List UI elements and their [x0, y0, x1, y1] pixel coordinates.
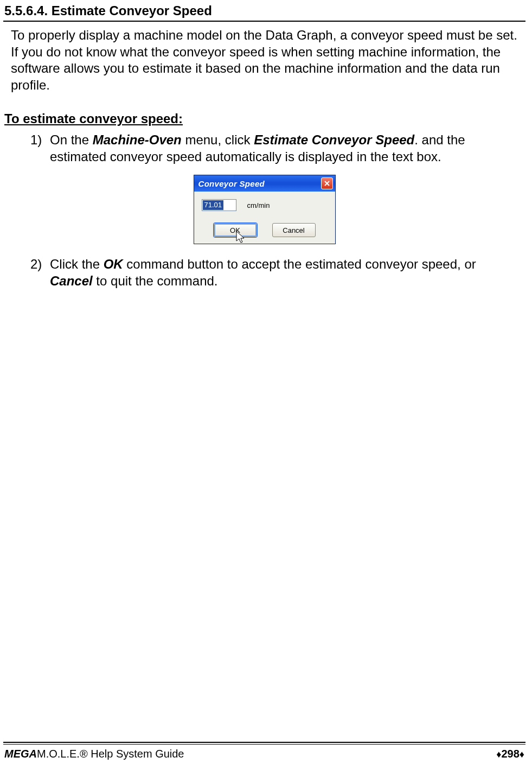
footer-guide-title: M.O.L.E.® Help System Guide	[37, 748, 184, 760]
step-text-pre: On the	[50, 132, 93, 147]
footer-row: MEGAM.O.L.E.® Help System Guide ♦298♦	[3, 748, 525, 760]
cancel-button[interactable]: Cancel	[272, 223, 316, 237]
document-page: 5.5.6.4. Estimate Conveyor Speed To prop…	[0, 0, 532, 770]
button-row: OK Cancel	[202, 223, 328, 237]
dialog-screenshot: Conveyor Speed 71.01 cm/min OK	[3, 175, 525, 244]
dialog-titlebar: Conveyor Speed	[194, 175, 335, 192]
step-emph-ok: OK	[104, 257, 123, 271]
page-number: 298	[501, 748, 519, 760]
close-icon	[324, 180, 330, 187]
step-1: 1) On the Machine-Oven menu, click Estim…	[30, 132, 518, 165]
dialog-title: Conveyor Speed	[198, 179, 265, 188]
intro-paragraph: To properly display a machine model on t…	[3, 27, 525, 94]
conveyor-speed-dialog: Conveyor Speed 71.01 cm/min OK	[194, 175, 336, 244]
close-button[interactable]	[321, 177, 333, 189]
value-row: 71.01 cm/min	[202, 199, 328, 211]
section-number: 5.5.6.4.	[4, 3, 48, 18]
section-heading: 5.5.6.4. Estimate Conveyor Speed	[3, 3, 525, 21]
step-2: 2) Click the OK command button to accept…	[30, 256, 518, 289]
step-text-mid: command button to accept the estimated c…	[123, 257, 476, 271]
step-text-pre: Click the	[50, 257, 104, 271]
footer-left: MEGAM.O.L.E.® Help System Guide	[4, 748, 184, 760]
mouse-cursor	[235, 231, 246, 247]
heading-rule	[3, 21, 525, 22]
step-number: 1)	[30, 132, 42, 149]
footer-right: ♦298♦	[496, 748, 524, 760]
step-number: 2)	[30, 256, 42, 273]
step-text-post: to quit the command.	[93, 273, 218, 288]
footer-rule-top	[3, 742, 525, 743]
procedure-subheading: To estimate conveyor speed:	[4, 111, 525, 126]
footer-rule-bottom	[3, 744, 525, 744]
diamond-right-icon: ♦	[520, 749, 524, 760]
dialog-body: 71.01 cm/min OK Cancel	[194, 192, 335, 244]
page-footer: MEGAM.O.L.E.® Help System Guide ♦298♦	[3, 742, 525, 760]
cursor-icon	[235, 231, 246, 245]
speed-input[interactable]: 71.01	[202, 199, 236, 211]
step-emph-command: Estimate Conveyor Speed	[254, 132, 414, 147]
section-title: Estimate Conveyor Speed	[52, 3, 212, 18]
footer-brand: MEGA	[4, 748, 37, 760]
procedure-steps: 1) On the Machine-Oven menu, click Estim…	[3, 132, 525, 165]
procedure-steps-continued: 2) Click the OK command button to accept…	[3, 256, 525, 289]
step-emph-cancel: Cancel	[50, 273, 93, 288]
speed-value: 71.01	[203, 200, 224, 210]
cancel-button-label: Cancel	[283, 226, 304, 234]
step-text-mid: menu, click	[182, 132, 254, 147]
unit-label: cm/min	[247, 201, 270, 209]
step-emph-menu: Machine-Oven	[93, 132, 182, 147]
